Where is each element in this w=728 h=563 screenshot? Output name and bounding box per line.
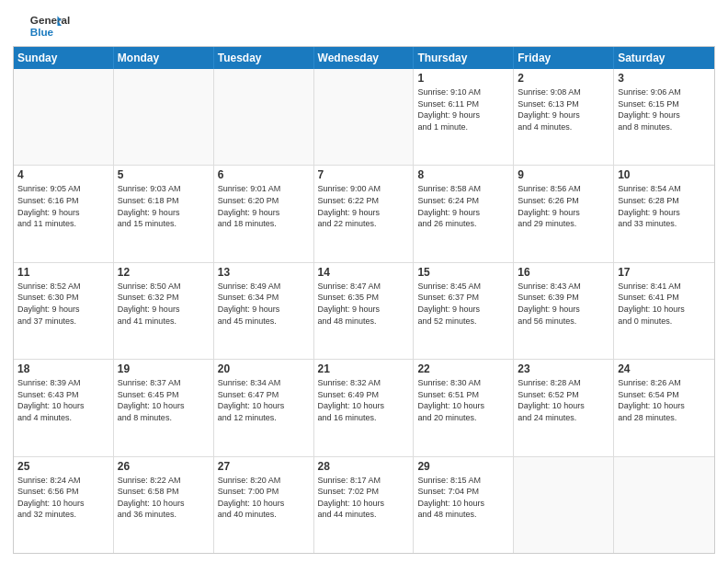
day-number: 25: [17, 460, 109, 473]
logo: General Blue: [13, 9, 77, 42]
header-day-friday: Friday: [514, 47, 614, 69]
calendar-cell-4: 4Sunrise: 9:05 AM Sunset: 6:16 PM Daylig…: [14, 166, 114, 261]
calendar-cell-empty-4-5: [514, 457, 614, 553]
calendar-cell-11: 11Sunrise: 8:52 AM Sunset: 6:30 PM Dayli…: [14, 263, 114, 359]
cell-info-text: Sunrise: 8:26 AM Sunset: 6:54 PM Dayligh…: [618, 377, 711, 423]
day-number: 2: [518, 72, 609, 85]
cell-info-text: Sunrise: 9:00 AM Sunset: 6:22 PM Dayligh…: [318, 183, 410, 229]
day-number: 15: [417, 266, 509, 279]
calendar-cell-20: 20Sunrise: 8:34 AM Sunset: 6:47 PM Dayli…: [214, 360, 314, 455]
cell-info-text: Sunrise: 8:24 AM Sunset: 6:56 PM Dayligh…: [17, 475, 109, 521]
calendar-cell-29: 29Sunrise: 8:15 AM Sunset: 7:04 PM Dayli…: [414, 457, 514, 553]
calendar-cell-28: 28Sunrise: 8:17 AM Sunset: 7:02 PM Dayli…: [314, 457, 415, 553]
calendar-cell-empty-0-1: [114, 69, 214, 165]
calendar: SundayMondayTuesdayWednesdayThursdayFrid…: [13, 46, 715, 554]
calendar-body: 1Sunrise: 9:10 AM Sunset: 6:11 PM Daylig…: [14, 69, 714, 553]
day-number: 6: [218, 168, 310, 181]
day-number: 14: [318, 266, 410, 279]
cell-info-text: Sunrise: 8:47 AM Sunset: 6:35 PM Dayligh…: [318, 281, 410, 327]
cell-info-text: Sunrise: 8:39 AM Sunset: 6:43 PM Dayligh…: [17, 377, 109, 423]
calendar-cell-24: 24Sunrise: 8:26 AM Sunset: 6:54 PM Dayli…: [614, 360, 714, 455]
cell-info-text: Sunrise: 8:22 AM Sunset: 6:58 PM Dayligh…: [118, 475, 210, 521]
day-number: 18: [17, 362, 109, 375]
day-number: 21: [318, 362, 410, 375]
cell-info-text: Sunrise: 9:03 AM Sunset: 6:18 PM Dayligh…: [118, 183, 210, 229]
calendar-cell-1: 1Sunrise: 9:10 AM Sunset: 6:11 PM Daylig…: [414, 69, 514, 165]
day-number: 27: [218, 460, 310, 473]
day-number: 23: [518, 362, 609, 375]
cell-info-text: Sunrise: 8:45 AM Sunset: 6:37 PM Dayligh…: [417, 281, 509, 327]
calendar-cell-13: 13Sunrise: 8:49 AM Sunset: 6:34 PM Dayli…: [214, 263, 314, 359]
calendar-cell-9: 9Sunrise: 8:56 AM Sunset: 6:26 PM Daylig…: [514, 166, 614, 261]
cell-info-text: Sunrise: 9:08 AM Sunset: 6:13 PM Dayligh…: [518, 86, 609, 132]
header-day-wednesday: Wednesday: [314, 47, 415, 69]
svg-text:General: General: [30, 14, 71, 26]
calendar-cell-empty-4-6: [614, 457, 714, 553]
day-number: 10: [618, 168, 711, 181]
calendar-row-2: 11Sunrise: 8:52 AM Sunset: 6:30 PM Dayli…: [14, 262, 714, 359]
cell-info-text: Sunrise: 8:58 AM Sunset: 6:24 PM Dayligh…: [417, 183, 509, 229]
day-number: 26: [118, 460, 210, 473]
cell-info-text: Sunrise: 8:41 AM Sunset: 6:41 PM Dayligh…: [618, 281, 711, 327]
top-bar: General Blue: [13, 9, 715, 42]
day-number: 20: [218, 362, 310, 375]
calendar-cell-25: 25Sunrise: 8:24 AM Sunset: 6:56 PM Dayli…: [14, 457, 114, 553]
calendar-cell-12: 12Sunrise: 8:50 AM Sunset: 6:32 PM Dayli…: [114, 263, 214, 359]
calendar-cell-5: 5Sunrise: 9:03 AM Sunset: 6:18 PM Daylig…: [114, 166, 214, 261]
calendar-row-0: 1Sunrise: 9:10 AM Sunset: 6:11 PM Daylig…: [14, 69, 714, 165]
cell-info-text: Sunrise: 9:01 AM Sunset: 6:20 PM Dayligh…: [218, 183, 310, 229]
day-number: 11: [17, 266, 109, 279]
calendar-cell-14: 14Sunrise: 8:47 AM Sunset: 6:35 PM Dayli…: [314, 263, 415, 359]
header-day-tuesday: Tuesday: [214, 47, 314, 69]
day-number: 17: [618, 266, 711, 279]
cell-info-text: Sunrise: 8:56 AM Sunset: 6:26 PM Dayligh…: [518, 183, 609, 229]
cell-info-text: Sunrise: 8:54 AM Sunset: 6:28 PM Dayligh…: [618, 183, 711, 229]
calendar-cell-15: 15Sunrise: 8:45 AM Sunset: 6:37 PM Dayli…: [414, 263, 514, 359]
day-number: 8: [417, 168, 509, 181]
cell-info-text: Sunrise: 8:50 AM Sunset: 6:32 PM Dayligh…: [118, 281, 210, 327]
cell-info-text: Sunrise: 8:30 AM Sunset: 6:51 PM Dayligh…: [417, 377, 509, 423]
calendar-cell-19: 19Sunrise: 8:37 AM Sunset: 6:45 PM Dayli…: [114, 360, 214, 455]
day-number: 4: [17, 168, 109, 181]
calendar-cell-3: 3Sunrise: 9:06 AM Sunset: 6:15 PM Daylig…: [614, 69, 714, 165]
header-day-saturday: Saturday: [614, 47, 714, 69]
svg-text:Blue: Blue: [30, 26, 54, 38]
cell-info-text: Sunrise: 8:32 AM Sunset: 6:49 PM Dayligh…: [318, 377, 410, 423]
cell-info-text: Sunrise: 8:34 AM Sunset: 6:47 PM Dayligh…: [218, 377, 310, 423]
header-day-thursday: Thursday: [414, 47, 514, 69]
day-number: 13: [218, 266, 310, 279]
cell-info-text: Sunrise: 8:52 AM Sunset: 6:30 PM Dayligh…: [17, 281, 109, 327]
calendar-cell-6: 6Sunrise: 9:01 AM Sunset: 6:20 PM Daylig…: [214, 166, 314, 261]
calendar-cell-8: 8Sunrise: 8:58 AM Sunset: 6:24 PM Daylig…: [414, 166, 514, 261]
day-number: 24: [618, 362, 711, 375]
calendar-cell-26: 26Sunrise: 8:22 AM Sunset: 6:58 PM Dayli…: [114, 457, 214, 553]
cell-info-text: Sunrise: 8:37 AM Sunset: 6:45 PM Dayligh…: [118, 377, 210, 423]
day-number: 5: [118, 168, 210, 181]
cell-info-text: Sunrise: 8:49 AM Sunset: 6:34 PM Dayligh…: [218, 281, 310, 327]
calendar-cell-18: 18Sunrise: 8:39 AM Sunset: 6:43 PM Dayli…: [14, 360, 114, 455]
day-number: 7: [318, 168, 410, 181]
day-number: 12: [118, 266, 210, 279]
calendar-cell-10: 10Sunrise: 8:54 AM Sunset: 6:28 PM Dayli…: [614, 166, 714, 261]
day-number: 16: [518, 266, 609, 279]
calendar-row-4: 25Sunrise: 8:24 AM Sunset: 6:56 PM Dayli…: [14, 456, 714, 553]
cell-info-text: Sunrise: 9:06 AM Sunset: 6:15 PM Dayligh…: [618, 86, 711, 132]
cell-info-text: Sunrise: 8:28 AM Sunset: 6:52 PM Dayligh…: [518, 377, 609, 423]
day-number: 3: [618, 72, 711, 85]
header-day-sunday: Sunday: [14, 47, 114, 69]
day-number: 1: [417, 72, 509, 85]
calendar-cell-empty-0-3: [314, 69, 415, 165]
calendar-cell-empty-0-0: [14, 69, 114, 165]
cell-info-text: Sunrise: 9:10 AM Sunset: 6:11 PM Dayligh…: [417, 86, 509, 132]
calendar-cell-empty-0-2: [214, 69, 314, 165]
cell-info-text: Sunrise: 8:17 AM Sunset: 7:02 PM Dayligh…: [318, 475, 410, 521]
calendar-cell-27: 27Sunrise: 8:20 AM Sunset: 7:00 PM Dayli…: [214, 457, 314, 553]
calendar-header: SundayMondayTuesdayWednesdayThursdayFrid…: [14, 47, 714, 69]
calendar-cell-22: 22Sunrise: 8:30 AM Sunset: 6:51 PM Dayli…: [414, 360, 514, 455]
calendar-cell-23: 23Sunrise: 8:28 AM Sunset: 6:52 PM Dayli…: [514, 360, 614, 455]
cell-info-text: Sunrise: 8:20 AM Sunset: 7:00 PM Dayligh…: [218, 475, 310, 521]
calendar-cell-21: 21Sunrise: 8:32 AM Sunset: 6:49 PM Dayli…: [314, 360, 415, 455]
cell-info-text: Sunrise: 9:05 AM Sunset: 6:16 PM Dayligh…: [17, 183, 109, 229]
general-blue-logo-icon: General Blue: [13, 9, 77, 42]
day-number: 22: [417, 362, 509, 375]
